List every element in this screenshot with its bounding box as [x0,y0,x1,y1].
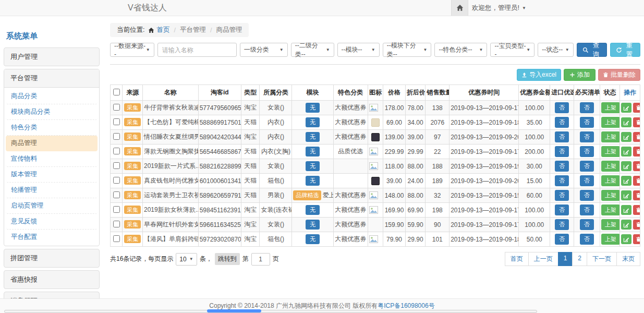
filter-select-一级分类[interactable]: 一级分类▼ [240,43,288,57]
page-button-2[interactable]: 2 [572,252,587,266]
sidebar-subitem-商品管理[interactable]: 商品管理 [6,136,98,151]
row-checkbox[interactable] [113,206,120,213]
sidebar-item-平台管理[interactable]: 平台管理 [4,69,99,88]
must-buy-toggle[interactable]: 否 [580,219,594,230]
filter-select-模块下分类[interactable]: --模块下分类--▼ [383,43,432,57]
query-button[interactable]: 查询 [577,43,607,57]
must-buy-toggle[interactable]: 否 [580,175,594,186]
imported-toggle[interactable]: 否 [555,117,569,128]
delete-button[interactable] [633,147,640,156]
row-checkbox[interactable] [113,177,120,184]
breadcrumb-home-link[interactable]: 首页 [156,26,169,34]
scrollbar-thumb[interactable] [207,309,261,312]
must-buy-toggle[interactable]: 否 [580,146,594,157]
page-button-1[interactable]: 1 [558,252,573,266]
imported-toggle[interactable]: 否 [555,102,569,113]
filter-select-模块[interactable]: --模块--▼ [337,43,380,57]
status-badge[interactable]: 上架 [601,204,620,215]
row-checkbox[interactable] [113,133,120,140]
edit-button[interactable] [621,103,631,113]
import-excel-button[interactable]: 导入excel [517,69,561,81]
sidebar-subitem-轮播管理[interactable]: 轮播管理 [6,183,98,198]
sidebar-subitem-模块商品分类[interactable]: 模块商品分类 [6,104,98,120]
sidebar-subitem-商品分类[interactable]: 商品分类 [6,89,98,104]
filter-select-状态[interactable]: --状态--▼ [538,43,573,57]
must-buy-toggle[interactable]: 否 [580,234,594,245]
page-button-下一页[interactable]: 下一页 [587,252,617,266]
status-badge[interactable]: 上架 [601,161,620,172]
status-badge[interactable]: 上架 [601,131,620,142]
sidebar-subitem-平台配置[interactable]: 平台配置 [6,230,98,245]
icp-link[interactable]: 粤ICP备16098006号 [378,302,434,310]
add-button[interactable]: 添加 [564,69,596,81]
status-badge[interactable]: 上架 [601,234,620,245]
page-button-上一页[interactable]: 上一页 [528,252,558,266]
row-checkbox[interactable] [113,148,120,154]
user-menu[interactable]: 欢迎您，管理员! ▼ [472,0,526,16]
row-checkbox[interactable] [113,191,120,198]
name-search-input[interactable] [157,43,237,57]
delete-button[interactable] [633,190,640,200]
imported-toggle[interactable]: 否 [555,219,569,230]
sidebar-subitem-特色分类[interactable]: 特色分类 [6,120,98,136]
row-checkbox[interactable] [113,162,120,169]
filter-select-数据来源[interactable]: --数据来源--▼ [110,43,154,57]
row-checkbox[interactable] [113,235,120,242]
sidebar-item-省惠快报[interactable]: 省惠快报 [4,271,99,288]
delete-button[interactable] [633,161,640,171]
delete-button[interactable] [633,132,640,142]
page-number-input[interactable] [251,253,270,266]
sidebar-item-拼团管理[interactable]: 拼团管理 [4,249,99,267]
must-buy-toggle[interactable]: 否 [580,161,594,172]
filter-select-宝贝类型[interactable]: --宝贝类型--▼ [490,43,534,57]
sidebar-subitem-意见反馈[interactable]: 意见反馈 [6,214,98,230]
edit-button[interactable] [621,205,631,215]
sidebar-subitem-宣传物料[interactable]: 宣传物料 [6,151,98,167]
sidebar-subitem-版本管理[interactable]: 版本管理 [6,167,98,183]
sidebar-item-用户管理[interactable]: 用户管理 [4,48,99,66]
select-all-checkbox[interactable] [113,89,120,95]
filter-select-特色分类[interactable]: --特色分类--▼ [434,43,487,57]
status-badge[interactable]: 上架 [601,146,620,157]
edit-button[interactable] [621,161,631,171]
reset-button[interactable]: 重置 [610,43,640,57]
edit-button[interactable] [621,117,631,127]
row-checkbox[interactable] [113,118,120,125]
row-checkbox[interactable] [113,221,120,227]
filter-select-二级分类[interactable]: --二级分类--▼ [291,43,334,57]
page-button-末页[interactable]: 末页 [616,252,640,266]
must-buy-toggle[interactable]: 否 [580,190,594,201]
imported-toggle[interactable]: 否 [555,131,569,142]
imported-toggle[interactable]: 否 [555,190,569,201]
sidebar-item-消息管理[interactable]: 消息管理 [4,292,99,298]
status-badge[interactable]: 上架 [601,190,620,201]
edit-button[interactable] [621,234,631,244]
delete-button[interactable] [633,176,640,186]
page-button-首页[interactable]: 首页 [505,252,529,266]
edit-button[interactable] [621,190,631,200]
delete-button[interactable] [633,103,640,113]
delete-button[interactable] [633,205,640,215]
imported-toggle[interactable]: 否 [555,161,569,172]
status-badge[interactable]: 上架 [601,219,620,230]
edit-button[interactable] [621,132,631,142]
delete-button[interactable] [633,117,640,127]
imported-toggle[interactable]: 否 [555,146,569,157]
delete-button[interactable] [633,234,640,244]
jump-to-button[interactable]: 跳转到 [215,253,240,265]
row-checkbox[interactable] [113,104,120,111]
must-buy-toggle[interactable]: 否 [580,204,594,215]
must-buy-toggle[interactable]: 否 [580,102,594,113]
delete-button[interactable] [633,220,640,230]
imported-toggle[interactable]: 否 [555,204,569,215]
status-badge[interactable]: 上架 [601,175,620,186]
sidebar-subitem-启动页管理[interactable]: 启动页管理 [6,198,98,214]
imported-toggle[interactable]: 否 [555,175,569,186]
home-button[interactable] [451,0,468,16]
per-page-select[interactable]: 10 ▼ [176,253,197,266]
edit-button[interactable] [621,176,631,186]
imported-toggle[interactable]: 否 [555,234,569,245]
status-badge[interactable]: 上架 [601,117,620,128]
horizontal-scrollbar[interactable] [4,310,537,313]
must-buy-toggle[interactable]: 否 [580,117,594,128]
